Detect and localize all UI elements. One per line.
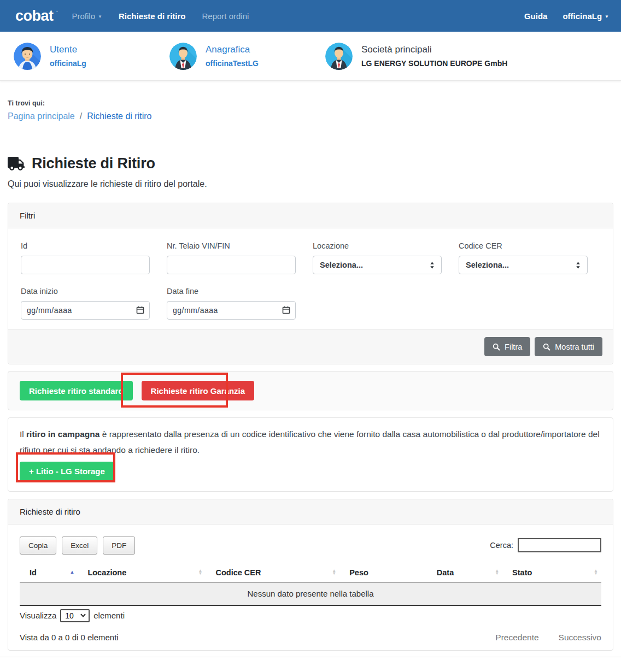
cobat-logo[interactable]: cobat· [15,8,58,25]
filters-panel: Filtri Id Nr. Telaio VIN/FIN Locazione S… [8,203,613,364]
utente-block: Utente officinaLg [14,43,169,70]
breadcrumb-home-link[interactable]: Pagina principale [8,111,75,121]
sort-both-icon: ▲▼ [495,570,499,575]
data-fine-input[interactable] [167,301,296,320]
utente-value[interactable]: officinaLg [50,59,86,68]
chevron-down-icon: ▼ [605,14,609,19]
breadcrumb: Ti trovi qui: Pagina principale/Richiest… [8,99,621,121]
locazione-label: Locazione [313,241,442,250]
cerca-label: Cerca: [490,541,513,550]
utente-label[interactable]: Utente [50,44,86,55]
sort-both-icon: ▲▼ [594,570,598,575]
column-header-id[interactable]: Id▲ [20,563,78,582]
select-updown-icon [430,261,435,269]
nav-item-guida[interactable]: Guida [524,11,548,21]
next-page-button[interactable]: Successivo [559,633,601,642]
anagrafica-label[interactable]: Anagrafica [206,44,259,55]
breadcrumb-label: Ti trovi qui: [8,99,621,107]
pdf-button[interactable]: PDF [103,537,135,555]
locazione-select[interactable]: Seleziona... [313,256,442,274]
table-info: Vista da 0 a 0 di 0 elementi [20,633,119,642]
page-length-select[interactable]: 10 [60,609,90,622]
column-header-locazione[interactable]: Locazione▲▼ [78,563,206,582]
footer-divider [0,657,621,657]
sort-both-icon: ▲▼ [332,570,336,575]
excel-button[interactable]: Excel [62,537,97,555]
data-inizio-input[interactable] [21,301,150,320]
cer-label: Codice CER [459,241,588,250]
mostra-tutti-button[interactable]: Mostra tutti [535,337,602,356]
user-info-bar: Utente officinaLg Anagrafica officinaTes… [0,32,621,81]
column-header-codice-cer[interactable]: Codice CER▲▼ [206,563,339,582]
sort-asc-icon: ▲ [69,571,74,574]
pagination: Precedente Successivo [495,633,601,642]
vin-input[interactable] [167,256,296,274]
nav-item-richieste-di-ritiro[interactable]: Richieste di ritiro [119,11,186,21]
previous-page-button[interactable]: Precedente [495,633,538,642]
user-menu[interactable]: officinaLg▼ [563,11,609,21]
data-inizio-label: Data inizio [21,287,150,296]
user-avatar [14,43,41,70]
richieste-table-panel: Richieste di ritiro Copia Excel PDF Cerc… [8,499,613,651]
litio-lg-storage-button[interactable]: + Litio - LG Storage [20,462,114,481]
search-icon [543,343,550,351]
filtra-button[interactable]: Filtra [484,337,530,356]
nav-item-report-ordini[interactable]: Report ordini [202,11,249,21]
chevron-down-icon: ▼ [98,14,102,19]
breadcrumb-current-link[interactable]: Richieste di ritiro [87,111,151,121]
copia-button[interactable]: Copia [20,537,56,555]
anagrafica-block: Anagrafica officinaTestLG [169,43,325,70]
anagrafica-value[interactable]: officinaTestLG [206,59,259,68]
trademark-dot: · [56,9,58,14]
societa-value: LG ENERGY SOLUTION EUROPE GmbH [361,59,507,68]
column-header-peso[interactable]: Peso [339,563,427,582]
column-header-data[interactable]: Data▲▼ [427,563,502,582]
campaign-panel: Il ritiro in campagna è rappresentato da… [8,417,613,492]
data-fine-label: Data fine [167,287,296,296]
page-title: Richieste di Ritiro [32,155,155,172]
length-suffix: elementi [93,611,125,620]
societa-label: Società principali [361,44,507,55]
societa-block: Società principali LG ENERGY SOLUTION EU… [325,43,507,70]
sort-both-icon: ▲▼ [198,570,203,575]
main-nav: Profilo▼ Richieste di ritiro Report ordi… [72,11,249,21]
businessman-avatar [325,43,353,70]
request-type-strip: Richieste ritiro standard Richieste riti… [8,371,613,410]
empty-table-row: Nessun dato presente nella tabella [20,582,601,605]
table-panel-title: Richieste di ritiro [8,499,613,524]
select-updown-icon [576,261,581,269]
navbar-right: Guida officinaLg▼ [524,11,609,21]
businessman-avatar [169,43,197,70]
top-navbar: cobat· Profilo▼ Richieste di ritiro Repo… [0,0,621,32]
richieste-standard-button[interactable]: Richieste ritiro standard [20,381,133,400]
calendar-icon[interactable] [136,306,144,314]
id-input[interactable] [21,256,150,274]
column-header-stato[interactable]: Stato▲▼ [502,563,601,582]
nav-item-profilo[interactable]: Profilo▼ [72,11,102,21]
filters-panel-title: Filtri [8,203,613,228]
page-subtitle: Qui puoi visualizzare le richieste di ri… [8,179,621,189]
calendar-icon[interactable] [282,306,290,314]
cer-select[interactable]: Seleziona... [459,256,588,274]
campaign-text: Il ritiro in campagna è rappresentato da… [20,427,601,458]
richieste-garanzia-button[interactable]: Richieste ritiro Garanzia [142,381,255,400]
breadcrumb-separator: / [80,111,82,121]
search-icon [493,343,500,351]
richieste-table: Id▲ Locazione▲▼ Codice CER▲▼ Peso Data▲▼… [20,563,601,606]
vin-label: Nr. Telaio VIN/FIN [167,241,296,250]
chevron-down-icon [80,614,86,617]
id-label: Id [21,241,150,250]
empty-message: Nessun dato presente nella tabella [20,582,601,605]
cerca-input[interactable] [518,538,601,552]
length-prefix: Visualizza [20,611,56,620]
truck-icon [8,157,25,170]
